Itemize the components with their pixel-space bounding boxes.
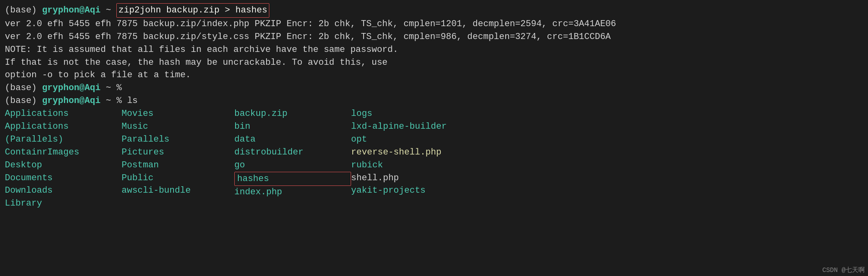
ls-item-music: Music [122, 120, 234, 133]
command-highlighted-1: zip2john backup.zip > hashes [116, 3, 269, 18]
ls-item-movies: Movies [122, 107, 234, 120]
terminal: (base) gryphon@Aqi ~ zip2john backup.zip… [0, 0, 868, 276]
ls-item-shell-php: shell.php [351, 172, 512, 185]
ls-col-4: logs lxd-alpine-builder opt reverse-shel… [351, 107, 512, 210]
ls-item-library: Library [5, 197, 122, 210]
ls-item-rubick: rubick [351, 159, 512, 172]
ls-item-awscli: awscli-bundle [122, 184, 234, 197]
prompt-percent-3: % [116, 95, 122, 107]
prompt-base-3: (base) [5, 95, 42, 107]
ls-item-opt: opt [351, 133, 512, 146]
ls-item-postman: Postman [122, 159, 234, 172]
ls-item-logs: logs [351, 107, 512, 120]
command-line-ls: (base) gryphon@Aqi ~ % ls [5, 95, 863, 107]
ls-item-reverse-shell: reverse-shell.php [351, 146, 512, 159]
prompt-base-2: (base) [5, 82, 42, 95]
output-line-3: NOTE: It is assumed that all files in ea… [5, 43, 863, 56]
ls-item-yakit: yakit-projects [351, 184, 512, 197]
ls-item-downloads: Downloads [5, 184, 122, 197]
ls-item-bin: bin [234, 120, 351, 133]
prompt-percent-2: % [116, 82, 122, 95]
ls-item-public: Public [122, 172, 234, 185]
ls-item-applications: Applications [5, 107, 122, 120]
ls-item-pictures: Pictures [122, 146, 234, 159]
ls-col-1: Applications Applications (Parallels) Co… [5, 107, 122, 210]
ls-item-distrobuilder: distrobuilder [234, 146, 351, 159]
watermark: CSDN @七天啊 [822, 266, 865, 274]
prompt-user-2: gryphon@Aqi [42, 82, 100, 95]
prompt-tilde-1: ~ [101, 4, 117, 17]
command-line-1: (base) gryphon@Aqi ~ zip2john backup.zip… [5, 3, 863, 18]
prompt-tilde-2: ~ [101, 82, 117, 95]
output-line-1: ver 2.0 efh 5455 efh 7875 backup.zip/ind… [5, 18, 863, 31]
ls-item-applications-parallels: Applications (Parallels) [5, 120, 122, 146]
prompt-empty: (base) gryphon@Aqi ~ % [5, 82, 863, 95]
prompt-tilde-3: ~ [101, 95, 117, 107]
prompt-base-1: (base) [5, 4, 42, 17]
output-line-4: If that is not the case, the hash may be… [5, 56, 863, 69]
ls-output: Applications Applications (Parallels) Co… [5, 107, 863, 210]
ls-item-containrimages: ContainrImages [5, 146, 122, 159]
ls-col-3: backup.zip bin data distrobuilder go has… [234, 107, 351, 210]
ls-item-go: go [234, 159, 351, 172]
prompt-user-3: gryphon@Aqi [42, 95, 100, 107]
ls-col-2: Movies Music Parallels Pictures Postman … [122, 107, 234, 210]
output-line-2: ver 2.0 efh 5455 efh 7875 backup.zip/sty… [5, 31, 863, 43]
ls-item-hashes: hashes [234, 172, 351, 186]
output-line-5: option -o to pick a file at a time. [5, 69, 863, 82]
ls-item-lxd: lxd-alpine-builder [351, 120, 512, 133]
ls-item-documents: Documents [5, 172, 122, 185]
prompt-user-1: gryphon@Aqi [42, 4, 100, 17]
ls-item-backup-zip: backup.zip [234, 107, 351, 120]
ls-item-data: data [234, 133, 351, 146]
ls-item-desktop: Desktop [5, 159, 122, 172]
ls-item-index-php: index.php [234, 186, 351, 199]
ls-command: ls [122, 95, 138, 107]
ls-item-parallels: Parallels [122, 133, 234, 146]
